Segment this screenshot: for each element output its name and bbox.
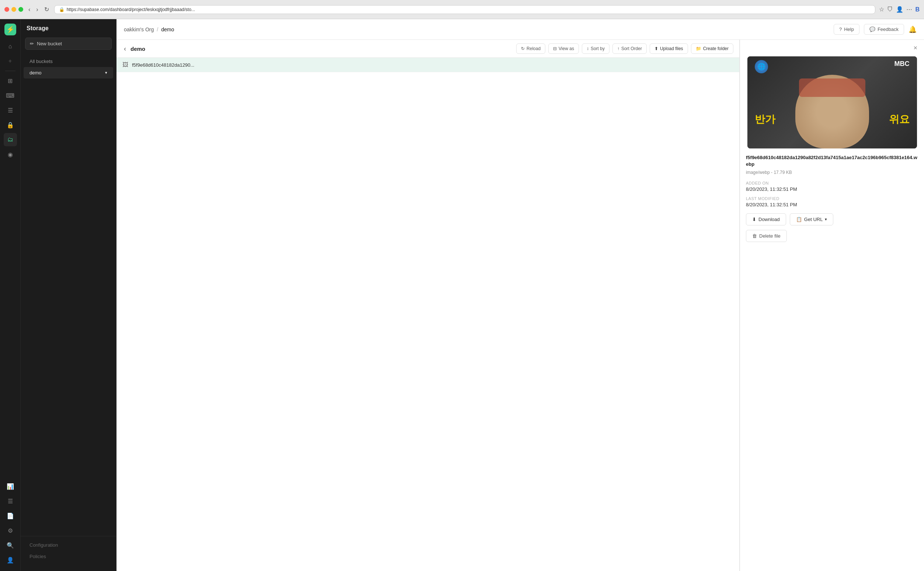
reload-label: Reload: [526, 46, 540, 51]
sort-order-icon: ↑: [617, 46, 619, 51]
back-button[interactable]: ‹: [27, 5, 32, 14]
view-as-button[interactable]: ⊟ View as: [548, 43, 579, 54]
back-folder-button[interactable]: ‹: [122, 44, 128, 53]
rail-user-icon[interactable]: 👤: [4, 553, 17, 566]
sort-by-icon: ↕: [587, 46, 589, 51]
toolbar-left: ‹ demo: [122, 44, 512, 53]
traffic-lights: [5, 7, 23, 12]
rail-database-icon[interactable]: ☰: [4, 103, 17, 117]
feedback-label: Feedback: [878, 26, 899, 32]
minimize-traffic-light[interactable]: [11, 7, 16, 12]
lock-icon: 🔒: [59, 7, 65, 12]
menu-button[interactable]: ⋯: [906, 6, 912, 13]
header-actions: ? Help 💬 Feedback 🔔: [834, 24, 916, 35]
help-icon: ?: [839, 26, 842, 32]
sidebar-item-configuration[interactable]: Configuration: [23, 539, 113, 551]
help-button[interactable]: ? Help: [834, 24, 859, 35]
download-icon: ⬇: [752, 217, 756, 222]
last-modified-label: Last modified: [746, 196, 918, 201]
browser-chrome: ‹ › ↻ 🔒 https://supabase.com/dashboard/p…: [0, 0, 924, 19]
preview-img-text-right: 위요: [889, 113, 910, 127]
preview-filename: f5f9e68d610c48182da1290a82f2d13fa7415a1a…: [746, 154, 918, 168]
preview-img-logo-right: MBC: [895, 60, 910, 68]
profile-button[interactable]: 👤: [896, 6, 903, 13]
notification-button[interactable]: 🔔: [909, 25, 916, 34]
sidebar-spacer: [21, 79, 116, 533]
new-bucket-icon: ✏: [30, 41, 34, 46]
upload-files-button[interactable]: ⬆ Upload files: [650, 43, 688, 54]
preview-image-container: 🌐 MBC 반가 위요: [740, 56, 924, 154]
sidebar-item-demo[interactable]: demo ▾: [23, 67, 113, 79]
file-list: 🖼 f5f9e68d610c48182da1290...: [116, 58, 739, 571]
rail-monitor-icon[interactable]: ◉: [4, 148, 17, 161]
reload-button[interactable]: ↻ Reload: [516, 43, 545, 54]
file-toolbar: ‹ demo ↻ Reload ⊟ View as ↕: [116, 40, 739, 58]
url-text: https://supabase.com/dashboard/project/l…: [67, 7, 195, 12]
sidebar-footer: Configuration Policies: [21, 536, 116, 565]
toolbar-right: ↻ Reload ⊟ View as ↕ Sort by ↑: [516, 43, 734, 54]
preview-image-inner: 🌐 MBC 반가 위요: [748, 56, 917, 148]
content-area: ‹ demo ↻ Reload ⊟ View as ↕: [116, 40, 924, 571]
chevron-down-icon: ▾: [105, 70, 107, 75]
reload-button[interactable]: ↻: [43, 5, 51, 14]
configuration-label: Configuration: [29, 542, 58, 548]
sort-by-button[interactable]: ↕ Sort by: [582, 43, 610, 54]
star-button[interactable]: ☆: [879, 6, 884, 13]
url-icon: 📋: [796, 217, 802, 222]
close-preview-button[interactable]: ×: [911, 43, 919, 52]
help-label: Help: [844, 26, 854, 32]
download-button[interactable]: ⬇ Download: [746, 213, 786, 225]
preview-info: f5f9e68d610c48182da1290a82f2d13fa7415a1a…: [740, 154, 924, 248]
rail-doc-icon[interactable]: 📄: [4, 509, 17, 522]
sidebar-item-all-buckets[interactable]: All buckets: [23, 56, 113, 67]
rail-list-icon[interactable]: ☰: [4, 494, 17, 508]
rail-lock-icon[interactable]: 🔒: [4, 118, 17, 131]
create-folder-button[interactable]: 📁 Create folder: [691, 43, 734, 54]
preview-panel: × 🌐 MBC 반가 위요: [740, 40, 924, 571]
preview-file-size: 17.79 KB: [774, 170, 792, 175]
sort-order-button[interactable]: ↑ Sort Order: [613, 43, 647, 54]
supabase-logo[interactable]: ⚡: [5, 23, 16, 35]
address-bar[interactable]: 🔒 https://supabase.com/dashboard/project…: [54, 5, 876, 14]
top-header: oakkim's Org / demo ? Help 💬 Feedback 🔔: [116, 19, 924, 40]
extension-button[interactable]: ⛉: [887, 6, 893, 13]
preview-img-logo-left: 🌐: [755, 60, 768, 73]
demo-label: demo: [29, 70, 42, 76]
folder-name: demo: [130, 46, 145, 52]
breadcrumb-org[interactable]: oakkim's Org: [124, 26, 154, 32]
sort-order-label: Sort Order: [621, 46, 642, 51]
rail-search-icon[interactable]: 🔍: [4, 539, 17, 552]
close-traffic-light[interactable]: [5, 7, 9, 12]
rail-table-icon[interactable]: ⊞: [4, 74, 17, 87]
rail-terminal-icon[interactable]: ⌨: [4, 89, 17, 102]
maximize-traffic-light[interactable]: [19, 7, 23, 12]
last-modified-value: 8/20/2023, 11:32:51 PM: [746, 202, 918, 207]
sidebar-item-policies[interactable]: Policies: [23, 551, 113, 562]
forward-button[interactable]: ›: [35, 5, 39, 14]
breadcrumb: oakkim's Org / demo: [124, 26, 174, 32]
rail-chart-icon[interactable]: 📊: [4, 480, 17, 493]
icon-rail: ⚡ ⌂ + ⊞ ⌨ ☰ 🔒 🗂 ◉ 📊 ☰ 📄 ⚙ 🔍 👤: [0, 19, 21, 571]
browser-actions: ☆ ⛉ 👤 ⋯ B: [879, 6, 919, 13]
new-bucket-button[interactable]: ✏ New bucket: [25, 37, 112, 50]
get-url-button[interactable]: 📋 Get URL ▾: [790, 213, 834, 225]
reload-icon: ↻: [521, 46, 525, 51]
new-bucket-label: New bucket: [37, 41, 62, 46]
demo-item-inner: demo: [29, 70, 42, 76]
added-on-label: Added on: [746, 181, 918, 185]
trash-icon: 🗑: [752, 233, 757, 239]
rail-storage-icon[interactable]: 🗂: [4, 133, 17, 146]
sidebar-toggle[interactable]: B: [915, 6, 919, 13]
policies-label: Policies: [29, 554, 46, 559]
chevron-down-icon: ▾: [825, 217, 827, 222]
feedback-button[interactable]: 💬 Feedback: [864, 24, 904, 35]
delete-file-button[interactable]: 🗑 Delete file: [746, 230, 787, 242]
rail-home-icon[interactable]: ⌂: [4, 40, 17, 53]
file-item[interactable]: 🖼 f5f9e68d610c48182da1290...: [116, 58, 739, 72]
rail-add-icon[interactable]: +: [4, 54, 17, 68]
breadcrumb-project: demo: [161, 26, 174, 32]
rail-settings-icon[interactable]: ⚙: [4, 524, 17, 537]
get-url-label: Get URL: [804, 217, 823, 222]
file-browser: ‹ demo ↻ Reload ⊟ View as ↕: [116, 40, 740, 571]
main-content: oakkim's Org / demo ? Help 💬 Feedback 🔔: [116, 19, 924, 571]
